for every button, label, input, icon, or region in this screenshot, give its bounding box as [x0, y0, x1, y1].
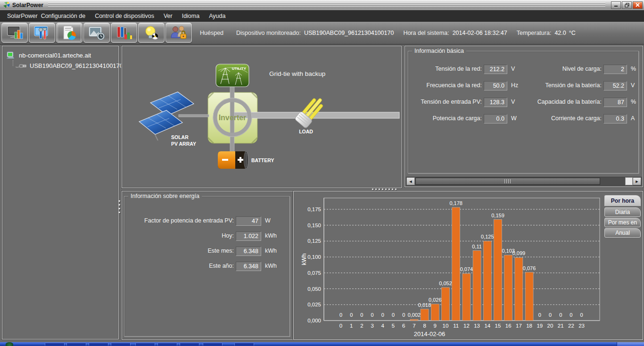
status-user-label: Huésped: [200, 30, 223, 36]
status-device-value: USB190ABC09_96121304100170: [304, 30, 394, 36]
scrollbar-track[interactable]: [415, 177, 625, 185]
basic-info-scrollbar[interactable]: ◄ ►: [406, 177, 642, 186]
field-label-basic-4: Tensión de entrada PV:: [412, 99, 482, 105]
menu-item-1[interactable]: SolarPower: [2, 10, 39, 22]
field-value-energy-3: 6.348: [236, 262, 261, 271]
xtick-18: 18: [526, 323, 532, 329]
scroll-left-button[interactable]: ◄: [406, 177, 415, 185]
field-label-basic-5: Capacidad de la batería:: [520, 99, 602, 105]
status-temperature-unit: °C: [569, 30, 576, 36]
bar-value-22: 0: [570, 312, 572, 318]
xtick-0: 0: [339, 323, 342, 329]
chart-tab-por-mes-en[interactable]: Por mes en: [604, 218, 641, 227]
chart-tab-anual[interactable]: Anual: [604, 228, 641, 238]
status-time-value: 2014-02-06 18:32:47: [453, 30, 507, 36]
xtick-13: 13: [474, 323, 480, 329]
tree-node-host[interactable]: nb-comercial01.arteche.ait: [2, 50, 118, 60]
tree-node-device[interactable]: USB190ABC09_96121304100170: [2, 60, 118, 71]
field-unit-basic-5: %: [631, 99, 636, 105]
os-taskbar[interactable]: [0, 342, 644, 346]
status-user: Huésped: [200, 30, 227, 36]
field-value-basic-6: 0.0: [484, 114, 507, 124]
solar-label-line2: PV ARRAY: [171, 141, 196, 147]
xtick-9: 9: [434, 323, 437, 329]
xtick-22: 22: [568, 323, 574, 329]
x-axis-date-label: 2014-02-06: [414, 330, 446, 338]
taskbar-item-2[interactable]: [66, 343, 86, 346]
menu-item-6[interactable]: Ayuda: [204, 10, 230, 22]
toolbar-users-security-button[interactable]: [165, 23, 192, 43]
scrollbar-thumb[interactable]: [415, 178, 600, 185]
field-value-basic-5: 87: [603, 98, 627, 107]
xtick-20: 20: [547, 323, 553, 329]
menu-bar: SolarPowerConfiguración deControl de dis…: [0, 10, 644, 22]
toolbar-monitor-chart-button[interactable]: [1, 23, 28, 43]
energy-info-title: Información sobre energía: [128, 193, 202, 199]
taskbar-item-4[interactable]: [111, 343, 131, 346]
bar-13: [473, 251, 481, 321]
bar-value-8: 0,018: [418, 302, 431, 308]
taskbar-item-8[interactable]: [203, 343, 223, 346]
bar-11: [452, 207, 460, 321]
bar-value-20: 0: [549, 312, 552, 318]
xtick-17: 17: [516, 323, 522, 329]
taskbar-item-5[interactable]: [135, 343, 155, 346]
restore-button[interactable]: [622, 1, 632, 9]
taskbar-item-6[interactable]: [157, 343, 177, 346]
status-device-label: Dispositivo monitoreado:: [236, 30, 301, 36]
status-device: Dispositivo monitoreado:USB190ABC09_9612…: [236, 30, 394, 36]
device-tree-panel: nb-comercial01.arteche.ait USB190ABC09_9…: [2, 46, 119, 339]
start-button[interactable]: [6, 342, 13, 346]
toolbar-library-chart-button[interactable]: [111, 23, 137, 43]
field-value-basic-0: 212.2: [484, 65, 507, 74]
titlebar-grip[interactable]: [48, 3, 605, 8]
menu-item-2[interactable]: Configuración de: [39, 10, 91, 22]
field-unit-basic-3: V: [631, 82, 635, 89]
close-button[interactable]: [633, 1, 643, 9]
bar-value-6: 0: [402, 312, 405, 318]
tree-branch-line: [13, 60, 13, 66]
toolbar-report-button[interactable]: [56, 23, 83, 43]
horizontal-splitter[interactable]: [372, 189, 396, 190]
field-unit-basic-6: W: [511, 115, 517, 122]
hourly-energy-chart: 0,0000,0250,0500,0750,1000,1250,1500,175…: [294, 191, 643, 339]
scroll-right-button[interactable]: ►: [633, 177, 641, 185]
menu-item-5[interactable]: Idioma: [177, 10, 205, 22]
toolbar-photo-clock-button[interactable]: [83, 23, 110, 43]
menu-item-3[interactable]: Control de dispositivos: [90, 10, 159, 22]
window-title: SolarPower: [12, 2, 43, 8]
field-unit-basic-4: V: [511, 99, 515, 105]
taskbar-item-7[interactable]: [180, 343, 199, 346]
tree-host-label: nb-comercial01.arteche.ait: [19, 52, 91, 59]
taskbar-item-3[interactable]: [89, 343, 108, 346]
utility-icon: UTILITY: [216, 64, 249, 87]
xtick-1: 1: [350, 323, 353, 329]
xtick-3: 3: [371, 323, 373, 329]
ytick-0: 0,000: [307, 318, 321, 323]
toolbar-settings-button[interactable]: [29, 23, 55, 43]
bar-value-21: 0: [559, 312, 562, 318]
bar-value-17: 0,099: [512, 250, 526, 256]
status-time: Hora del sistema:2014-02-06 18:32:47: [403, 30, 507, 36]
taskbar-item-1[interactable]: [45, 343, 65, 346]
bar-value-13: 0,11: [472, 244, 482, 249]
toolbar-bulb-energy-button[interactable]: [138, 23, 165, 43]
ytick-4: 0,100: [307, 254, 321, 260]
taskbar-item-9[interactable]: [234, 343, 254, 346]
chart-tab-por-hora[interactable]: Por hora: [604, 195, 641, 206]
bar-value-12: 0,074: [460, 266, 473, 272]
app-logo-icon: [3, 1, 10, 9]
field-unit-basic-7: A: [631, 115, 635, 122]
ytick-3: 0,075: [307, 270, 321, 276]
field-unit-basic-1: %: [631, 66, 636, 72]
chart-tab-diaria[interactable]: Diaria: [604, 207, 641, 217]
ytick-2: 0,050: [307, 286, 321, 292]
vertical-splitter[interactable]: [119, 200, 120, 213]
field-unit-energy-2: kWh: [265, 247, 277, 254]
xtick-19: 19: [537, 323, 543, 329]
field-label-basic-0: Tensión de la red:: [412, 66, 482, 72]
bar-14: [483, 241, 491, 321]
minimize-button[interactable]: [611, 1, 621, 9]
energy-info-groupbox: Información sobre energía Factor de pote…: [124, 196, 290, 337]
menu-item-4[interactable]: Ver: [159, 10, 177, 22]
